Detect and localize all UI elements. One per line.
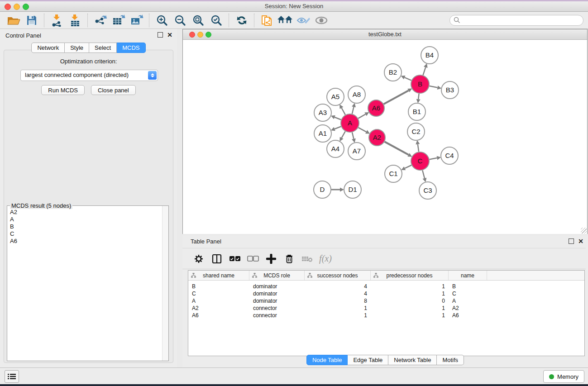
graph-node-A8[interactable]: A8 [348, 86, 365, 103]
column-header-MCDS-role[interactable]: MCDS role [249, 271, 305, 280]
graph-node-D[interactable]: D [314, 181, 331, 198]
node-table: shared nameMCDS rolesuccessor nodesprede… [188, 270, 585, 356]
import-network-icon [51, 14, 63, 27]
task-history-button[interactable] [5, 370, 19, 383]
table-row[interactable]: A6connector11A6 [188, 312, 584, 319]
show-column-panel-button[interactable] [209, 251, 225, 267]
graph-node-C[interactable]: C [411, 152, 429, 170]
graph-node-A5[interactable]: A5 [327, 88, 344, 105]
tab-network-table[interactable]: Network Table [388, 355, 437, 365]
graph-node-B2[interactable]: B2 [384, 64, 402, 81]
table-cell: dominator [249, 290, 305, 297]
memory-button[interactable]: Memory [543, 370, 584, 383]
close-panel-button[interactable]: Close panel [91, 85, 136, 95]
column-settings-button[interactable] [191, 251, 207, 267]
table-row[interactable]: Cdominator41C [188, 290, 584, 297]
show-details-button[interactable] [312, 13, 330, 28]
select-all-button[interactable] [227, 251, 243, 267]
delete-table-button[interactable] [299, 251, 316, 267]
import-network-button[interactable] [48, 13, 66, 28]
column-header-shared-name[interactable]: shared name [188, 271, 249, 280]
list-item[interactable]: A2 [10, 209, 159, 216]
zoom-selected-icon [210, 14, 222, 26]
tab-motifs[interactable]: Motifs [437, 355, 464, 365]
graph-node-C1[interactable]: C1 [385, 165, 402, 182]
float-panel-icon[interactable] [158, 32, 163, 38]
table-cell: A2 [449, 305, 487, 312]
home-button[interactable] [276, 13, 294, 28]
run-mcds-button[interactable]: Run MCDS [41, 85, 85, 95]
shared-column-icon [307, 273, 312, 278]
hide-eye-icon [296, 15, 310, 25]
table-cell: 4 [305, 283, 371, 290]
refresh-icon [236, 14, 248, 26]
network-canvas[interactable]: B4B2BB3A5A8A6B1A3AC2A1A2A4A7C4CC1C3DD1 [183, 40, 587, 234]
toolbar-separator [149, 14, 150, 27]
graph-node-A[interactable]: A [341, 114, 359, 132]
graph-node-A7[interactable]: A7 [348, 143, 365, 160]
search-field[interactable] [449, 15, 583, 26]
deselect-all-button[interactable] [245, 251, 261, 267]
table-row[interactable]: Bdominator41B [188, 283, 584, 290]
list-item[interactable]: C [10, 230, 159, 238]
graph-node-B3[interactable]: B3 [441, 81, 459, 99]
list-item[interactable]: A [10, 216, 159, 223]
zoom-fit-button[interactable] [189, 13, 207, 28]
apply-layout-button[interactable] [233, 13, 251, 28]
session-files-button[interactable] [258, 13, 276, 28]
list-item[interactable]: B [10, 223, 159, 230]
mcds-result-box: MCDS result (5 nodes) A2ABCA6 [7, 205, 169, 361]
table-panel: Table Panel ✕ [182, 235, 588, 368]
tab-style[interactable]: Style [65, 43, 89, 53]
graph-node-A1[interactable]: A1 [314, 125, 331, 142]
table-row[interactable]: Adominator80A [188, 297, 584, 305]
list-item[interactable]: A6 [10, 238, 159, 245]
gear-icon [194, 254, 204, 264]
graph-node-A4[interactable]: A4 [327, 140, 344, 157]
hide-details-button[interactable] [294, 13, 312, 28]
zoom-out-button[interactable] [171, 13, 189, 28]
open-session-button[interactable] [5, 13, 23, 28]
close-table-panel-icon[interactable]: ✕ [578, 238, 583, 244]
zoom-in-button[interactable] [153, 13, 171, 28]
column-header-name[interactable]: name [449, 271, 487, 280]
graph-node-A2[interactable]: A2 [369, 129, 385, 146]
graph-node-C2[interactable]: C2 [407, 123, 425, 140]
graph-node-C3[interactable]: C3 [419, 182, 436, 199]
close-panel-icon[interactable]: ✕ [167, 32, 172, 38]
graph-node-C4[interactable]: C4 [441, 147, 458, 164]
tab-edge-table[interactable]: Edge Table [348, 355, 388, 365]
tab-node-table[interactable]: Node Table [306, 355, 348, 365]
column-header-successor-nodes[interactable]: successor nodes [305, 271, 371, 280]
function-builder-button[interactable]: f(x) [317, 251, 334, 267]
export-network-button[interactable] [91, 13, 110, 28]
graph-node-B4[interactable]: B4 [421, 47, 438, 64]
delete-row-button[interactable] [281, 251, 297, 267]
column-header-predecessor-nodes[interactable]: predecessor nodes [371, 271, 449, 280]
graph-node-D1[interactable]: D1 [344, 181, 361, 198]
graph-edge-B-B3 [430, 86, 438, 88]
graph-node-B[interactable]: B [411, 75, 429, 93]
add-row-button[interactable] [263, 251, 279, 267]
optimization-criterion-select[interactable]: largest connected component (directed) [20, 70, 158, 81]
tab-select[interactable]: Select [89, 43, 117, 53]
svg-text:A1: A1 [319, 129, 327, 137]
graph-node-A6[interactable]: A6 [368, 100, 384, 116]
table-cell: 1 [371, 283, 449, 290]
graph-node-B1[interactable]: B1 [408, 103, 425, 120]
float-table-panel-icon[interactable] [569, 238, 574, 244]
resize-grip[interactable] [581, 228, 587, 234]
tab-mcds[interactable]: MCDS [117, 43, 145, 53]
import-table-button[interactable] [66, 13, 84, 28]
search-input[interactable] [463, 16, 583, 24]
graph-edge-B-B2 [405, 77, 411, 81]
zoom-selected-button[interactable] [207, 13, 225, 28]
graph-edge-A-A5 [342, 108, 345, 115]
graph-node-A3[interactable]: A3 [314, 104, 331, 121]
tab-network[interactable]: Network [31, 43, 65, 53]
export-image-button[interactable] [128, 13, 146, 28]
export-table-button[interactable] [110, 13, 128, 28]
save-session-button[interactable] [23, 13, 41, 28]
result-scrollbar[interactable] [162, 206, 168, 361]
table-row[interactable]: A2connector11A2 [188, 305, 584, 312]
